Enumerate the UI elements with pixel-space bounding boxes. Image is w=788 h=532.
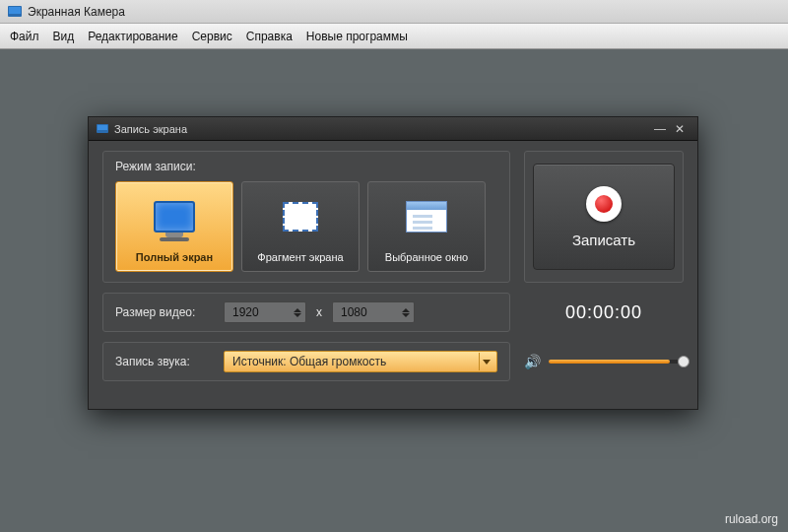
close-icon[interactable]: ✕ — [670, 121, 690, 137]
menu-service[interactable]: Сервис — [192, 30, 232, 43]
main-area: Запись экрана — ✕ Режим записи: Полный э… — [0, 49, 788, 532]
watermark: ruload.org — [725, 512, 778, 526]
menu-help[interactable]: Справка — [246, 30, 293, 43]
mode-panel: Режим записи: Полный экран Фрагмент экра… — [102, 151, 510, 283]
height-spinner-icon[interactable] — [402, 308, 410, 317]
audio-source-dropdown[interactable]: Источник: Общая громкость — [224, 351, 497, 372]
x-separator: x — [316, 305, 322, 319]
mode-region[interactable]: Фрагмент экрана — [241, 181, 360, 272]
record-label: Записать — [572, 232, 635, 248]
width-value: 1920 — [232, 305, 259, 319]
timer-value: 00:00:00 — [565, 302, 642, 323]
timer: 00:00:00 — [524, 293, 684, 332]
mode-full-screen[interactable]: Полный экран — [115, 181, 233, 272]
slider-thumb[interactable] — [678, 356, 690, 367]
width-input[interactable]: 1920 — [224, 301, 306, 323]
dialog-body: Режим записи: Полный экран Фрагмент экра… — [89, 141, 697, 393]
speaker-icon: 🔊 — [524, 354, 541, 369]
crop-icon — [283, 202, 318, 232]
audio-panel: Запись звука: Источник: Общая громкость — [102, 342, 510, 381]
size-label: Размер видео: — [115, 305, 214, 319]
menubar: Файл Вид Редактирование Сервис Справка Н… — [0, 24, 788, 49]
mode-full-label: Полный экран — [136, 251, 213, 263]
app-icon — [8, 6, 22, 17]
app-title: Экранная Камера — [28, 5, 125, 19]
mode-region-label: Фрагмент экрана — [257, 251, 343, 263]
monitor-icon — [154, 201, 195, 233]
audio-label: Запись звука: — [115, 355, 214, 368]
record-button[interactable]: Записать — [533, 164, 675, 270]
menu-edit[interactable]: Редактирование — [88, 30, 177, 43]
size-panel: Размер видео: 1920 x 1080 — [102, 293, 510, 332]
audio-source-value: Источник: Общая громкость — [232, 355, 386, 368]
titlebar: Экранная Камера — [0, 0, 788, 24]
menu-new-programs[interactable]: Новые программы — [306, 30, 408, 43]
menu-view[interactable]: Вид — [53, 30, 75, 43]
mode-window[interactable]: Выбранное окно — [367, 181, 486, 272]
mode-label: Режим записи: — [115, 160, 497, 173]
record-icon — [586, 186, 622, 222]
minimize-icon[interactable]: — — [650, 121, 670, 137]
app-window: Экранная Камера Файл Вид Редактирование … — [0, 0, 788, 532]
dialog-titlebar[interactable]: Запись экрана — ✕ — [89, 117, 697, 141]
chevron-down-icon — [479, 353, 492, 370]
dialog-icon — [97, 124, 108, 133]
width-spinner-icon[interactable] — [294, 308, 301, 317]
dialog-title: Запись экрана — [114, 123, 187, 135]
window-icon — [406, 201, 447, 233]
volume-slider[interactable] — [549, 360, 684, 364]
mode-window-label: Выбранное окно — [385, 251, 468, 263]
record-panel: Записать — [524, 151, 684, 283]
volume-panel: 🔊 — [524, 354, 684, 369]
record-dialog: Запись экрана — ✕ Режим записи: Полный э… — [88, 116, 698, 410]
height-value: 1080 — [341, 305, 367, 319]
slider-fill — [549, 360, 670, 364]
height-input[interactable]: 1080 — [332, 301, 415, 323]
menu-file[interactable]: Файл — [10, 30, 39, 43]
